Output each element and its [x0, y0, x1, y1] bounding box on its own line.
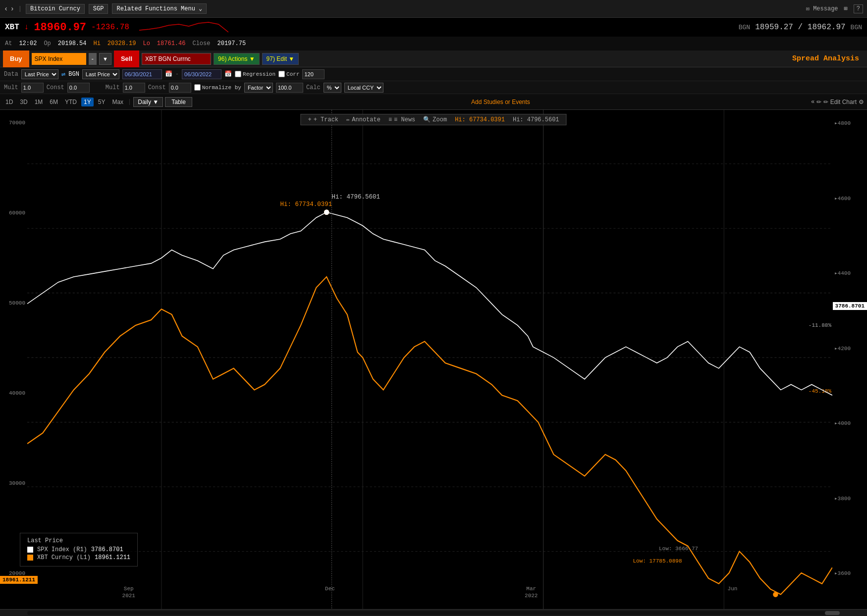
hi-orange-chart: Hi: 67734.0391	[280, 200, 332, 207]
news-label: ≡ News	[394, 116, 415, 123]
lo-label: Lo	[143, 40, 150, 47]
calc-select[interactable]: % $	[324, 83, 341, 93]
bid-ask: 18959.27 / 18962.97	[755, 23, 845, 32]
minus-button[interactable]: -	[89, 53, 97, 65]
regression-checkbox[interactable]: Regression	[235, 71, 275, 77]
normalize-checkbox[interactable]: Normalize by	[194, 84, 241, 91]
bottom-scrollbar[interactable]	[0, 609, 867, 616]
buy-button[interactable]: Buy	[3, 51, 29, 67]
normalize-check[interactable]	[194, 84, 201, 91]
y-left-30000: 30000	[0, 480, 27, 486]
chart-toolbar: 1D 3D 1M 6M YTD 1Y 5Y Max | Daily ▼ Tabl…	[0, 94, 867, 110]
forward-btn[interactable]: ›	[10, 5, 14, 13]
const2-input[interactable]	[169, 83, 191, 93]
y-right-3600: ▸3600	[832, 570, 867, 576]
sell-button[interactable]: Sell	[114, 51, 139, 67]
op-label: Op	[44, 40, 51, 47]
top-nav: ‹ › | Bitcoin Curncy SGP Related Functio…	[0, 0, 867, 18]
buy-security-input[interactable]	[32, 53, 86, 65]
legend-item-xbt: XBT Curncy (L1) 18961.1211	[27, 554, 130, 561]
ticker-symbol: XBT	[5, 23, 19, 32]
x-year-2022: 2022	[525, 593, 538, 599]
legend-val-xbt: 18961.1211	[95, 554, 130, 561]
period-6m[interactable]: 6M	[47, 98, 60, 106]
scroll-track[interactable]	[27, 611, 840, 615]
bgn-label1: BGN	[739, 24, 750, 31]
end-date-input[interactable]: 06/30/2022	[182, 69, 221, 79]
sell-security-input[interactable]	[142, 53, 211, 65]
factor-select[interactable]: Factor Price	[244, 83, 273, 93]
legend-color-xbt	[27, 555, 33, 561]
period-3d[interactable]: 3D	[17, 98, 30, 106]
track-tool[interactable]: + + Track	[308, 116, 338, 123]
regression-check[interactable]	[235, 71, 241, 77]
sparkline	[139, 20, 228, 34]
price-row2: At 12:02 Op 20198.54 Hi 20328.19 Lo 1876…	[0, 37, 867, 51]
back-btn[interactable]: ‹	[4, 5, 8, 13]
daily-btn[interactable]: Daily ▼	[133, 97, 163, 107]
factor-input[interactable]	[276, 83, 303, 93]
start-date-input[interactable]: 06/30/2021	[122, 69, 162, 79]
corr-label: Corr	[286, 71, 299, 77]
arrow-sep: ⇌	[61, 70, 65, 78]
period-ytd[interactable]: YTD	[62, 98, 79, 106]
date-icon2[interactable]: 📅	[224, 70, 232, 78]
edit-button[interactable]: 97) Edit ▼	[262, 53, 299, 65]
ticker-nav[interactable]: Bitcoin Curncy	[26, 4, 85, 14]
news-tool[interactable]: ≡ ≡ News	[388, 116, 415, 123]
corr-value-input[interactable]: 120	[302, 69, 325, 79]
table-btn[interactable]: Table	[165, 97, 192, 107]
exchange-nav[interactable]: SGP	[89, 4, 108, 14]
mult1-label: Mult	[4, 84, 18, 91]
mult2-input[interactable]	[123, 83, 145, 93]
corr-check[interactable]	[278, 71, 285, 77]
low-orange-label: Low: 17785.0898	[633, 558, 682, 564]
related-functions-menu[interactable]: Related Functions Menu ⌄	[112, 3, 207, 14]
price-time: 12:02	[19, 40, 37, 47]
data-type-select2[interactable]: Last Price Bid	[82, 69, 119, 79]
track-label: + Track	[314, 116, 338, 123]
y-right-4800: ▸4800	[832, 120, 867, 126]
y-right-4400: ▸4400	[832, 270, 867, 276]
annotate-tool[interactable]: ✏ Annotate	[346, 116, 380, 123]
monitor-icon[interactable]: ⊞	[844, 5, 848, 12]
period-max[interactable]: Max	[109, 98, 126, 106]
legend-val-spx: 3786.8701	[91, 546, 123, 553]
nav-arrows[interactable]: ‹ ›	[4, 5, 14, 13]
period-5y[interactable]: 5Y	[96, 98, 108, 106]
period-1y[interactable]: 1Y	[81, 98, 94, 106]
price-change: -1236.78	[91, 23, 129, 32]
period-1m[interactable]: 1M	[32, 98, 46, 106]
chart-svg: Hi: 67734.0391 Hi: 4796.5601	[27, 110, 832, 616]
corr-checkbox[interactable]: Corr	[278, 71, 299, 77]
scroll-thumb[interactable]	[825, 611, 840, 615]
mult1-input[interactable]	[21, 83, 44, 93]
zoom-tool[interactable]: 🔍 Zoom	[423, 116, 447, 123]
collapse-icon[interactable]: «	[811, 99, 814, 105]
gear-icon[interactable]: ⚙	[859, 99, 864, 105]
mult-row: Mult Const Mult Const Normalize by Facto…	[0, 81, 867, 94]
x-axis: Sep 2021 Dec Mar 2022 Jun	[27, 586, 832, 599]
period-1d[interactable]: 1D	[3, 98, 15, 106]
y-left-70000: 70000	[0, 120, 27, 126]
studies-btn[interactable]: Add Studies or Events	[194, 99, 807, 105]
data-type-select[interactable]: Last Price Bid Ask	[21, 69, 58, 79]
legend-color-spx	[27, 547, 33, 553]
const1-input[interactable]	[67, 83, 90, 93]
close-price: 20197.75	[217, 40, 246, 47]
ccy-select[interactable]: Local CCY USD	[344, 83, 383, 93]
actions-button[interactable]: 96) Actions ▼	[214, 53, 260, 65]
y-left-40000: 40000	[0, 390, 27, 396]
help-btn[interactable]: ?	[854, 4, 863, 13]
chart-area: + + Track ✏ Annotate ≡ ≡ News 🔍 Zoom Hi:…	[0, 110, 867, 616]
legend-item-spx: SPX Index (R1) 3786.8701	[27, 546, 130, 553]
date-icon1[interactable]: 📅	[165, 70, 172, 78]
spx-peak-dot	[324, 209, 329, 215]
y-axis-left: 70000 60000 50000 40000 30000 20000	[0, 110, 27, 586]
edit-chart-btn[interactable]: ✏ ✏ Edit Chart ⚙	[816, 99, 864, 105]
price-arrow: ↓	[24, 23, 29, 32]
open-price: 20198.54	[58, 40, 87, 47]
message-btn[interactable]: ✉ Message	[806, 5, 838, 12]
date-dash: -	[175, 71, 179, 78]
buy-dropdown[interactable]: ▼	[99, 53, 111, 65]
